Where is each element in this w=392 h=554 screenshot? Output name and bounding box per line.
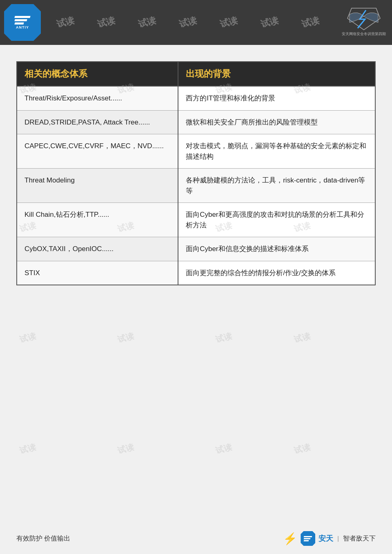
table-row: Threat/Risk/Exposure/Asset......西方的IT管理和… <box>17 86 375 110</box>
footer-left-text: 有效防护 价值输出 <box>16 534 70 543</box>
header-wm-3: 试读 <box>137 14 157 31</box>
header-wm-1: 试读 <box>55 14 76 31</box>
footer-brand-main: 安天 <box>318 534 333 543</box>
header-wm-6: 试读 <box>259 14 280 31</box>
cell-right-2: 对攻击模式，脆弱点，漏洞等各种基础的安全元素的标定和描述结构 <box>178 134 375 169</box>
cell-left-3: Threat Modeling <box>17 169 178 203</box>
header-watermarks: 试读 试读 试读 试读 试读 试读 试读 <box>0 0 392 45</box>
cell-left-0: Threat/Risk/Exposure/Asset...... <box>17 86 178 110</box>
page-watermark-12: 试读 <box>18 441 37 456</box>
cell-right-1: 微软和相关安全厂商所推出的风险管理模型 <box>178 110 375 134</box>
cell-left-2: CAPEC,CWE,CVE,CVRF，MAEC，NVD...... <box>17 134 178 169</box>
main-content: 相关的概念体系 出现的背景 Threat/Risk/Exposure/Asset… <box>16 61 376 285</box>
footer-logo <box>301 531 315 546</box>
header-right-caption: 安天网络安全冬训营第四期 <box>342 31 386 37</box>
footer: 有效防护 价值输出 ⚡ 安天 | 智者敌天下 <box>16 531 376 546</box>
logo-text: ANTIY <box>16 25 29 29</box>
page-watermark-11: 试读 <box>293 330 312 345</box>
cell-left-6: STIX <box>17 261 178 285</box>
header-wm-4: 试读 <box>178 14 198 31</box>
footer-brand-sub: 智者敌天下 <box>343 534 376 543</box>
header-wm-5: 试读 <box>218 14 239 31</box>
cell-right-6: 面向更完整的综合性的情报分析/作业/交换的体系 <box>178 261 375 285</box>
lightning-icon: ⚡ <box>283 532 297 545</box>
header-right-logo: 安天网络安全冬训营第四期 <box>342 6 386 37</box>
logo: ANTIY <box>4 4 41 41</box>
page-watermark-14: 试读 <box>214 441 233 456</box>
cell-left-5: CybOX,TAXII，OpenIOC...... <box>17 237 178 261</box>
table-row: DREAD,STRIDE,PASTA, Attack Tree......微软和… <box>17 110 375 134</box>
cell-right-3: 各种威胁建模的方法论，工具，risk-centric，data-driven等等 <box>178 169 375 203</box>
cell-left-4: Kill Chain,钻石分析,TTP...... <box>17 203 178 237</box>
cell-left-1: DREAD,STRIDE,PASTA, Attack Tree...... <box>17 110 178 134</box>
page-watermark-10: 试读 <box>214 330 233 345</box>
table-header-right: 出现的背景 <box>178 62 375 86</box>
table-wrapper: 相关的概念体系 出现的背景 Threat/Risk/Exposure/Asset… <box>16 61 376 285</box>
concept-table: 相关的概念体系 出现的背景 Threat/Risk/Exposure/Asset… <box>17 62 375 285</box>
page-watermark-9: 试读 <box>116 330 135 345</box>
table-row: CAPEC,CWE,CVE,CVRF，MAEC，NVD......对攻击模式，脆… <box>17 134 375 169</box>
header: ANTIY 试读 试读 试读 试读 试读 试读 试读 安天网络安全冬训营第四期 <box>0 0 392 45</box>
page-watermark-13: 试读 <box>116 441 135 456</box>
cell-right-0: 西方的IT管理和标准化的背景 <box>178 86 375 110</box>
header-wm-2: 试读 <box>96 14 116 31</box>
cell-right-5: 面向Cyber和信息交换的描述和标准体系 <box>178 237 375 261</box>
header-right-logo-icon <box>345 6 382 31</box>
table-row: Threat Modeling各种威胁建模的方法论，工具，risk-centri… <box>17 169 375 203</box>
page-watermark-8: 试读 <box>18 330 37 345</box>
table-row: STIX面向更完整的综合性的情报分析/作业/交换的体系 <box>17 261 375 285</box>
cell-right-4: 面向Cyber和更高强度的攻击和对抗的场景的分析工具和分析方法 <box>178 203 375 237</box>
footer-right: ⚡ 安天 | 智者敌天下 <box>283 531 376 546</box>
header-wm-7: 试读 <box>300 14 321 31</box>
table-row: Kill Chain,钻石分析,TTP......面向Cyber和更高强度的攻击… <box>17 203 375 237</box>
page-watermark-15: 试读 <box>293 441 312 456</box>
table-header-left: 相关的概念体系 <box>17 62 178 86</box>
table-row: CybOX,TAXII，OpenIOC......面向Cyber和信息交换的描述… <box>17 237 375 261</box>
